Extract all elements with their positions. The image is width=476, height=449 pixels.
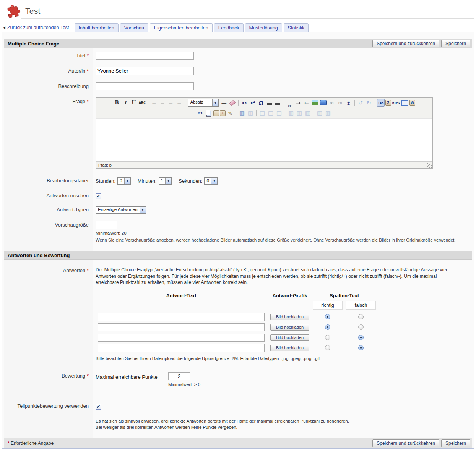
save-return-button-bottom[interactable]: Speichern und zurückkehren (372, 439, 439, 447)
tab-statistik[interactable]: Statistik (284, 23, 309, 32)
chevron-down-icon: ▼ (212, 99, 218, 106)
vorschaugroesse-input[interactable] (96, 221, 117, 229)
minuten-select[interactable]: 1▼ (159, 177, 172, 185)
answers-table-header: Antwort-Text Antwort-Grafik Spalten-Text (96, 291, 472, 300)
table-icon[interactable]: ▦ (238, 109, 246, 117)
beschreibung-input[interactable] (96, 82, 194, 90)
link-icon[interactable]: ∞ (328, 99, 336, 107)
form-row-vorschaugroesse: Vorschaugröße Minimalwert: 20 Wenn Sie e… (4, 217, 472, 251)
radio-falsch-2[interactable] (358, 324, 364, 330)
align-left-icon[interactable]: ≡ (150, 99, 158, 107)
paste-word-icon[interactable]: W (409, 100, 415, 106)
answer-text-input-2[interactable] (98, 323, 265, 331)
anchor-icon[interactable]: ⚓ (345, 99, 353, 107)
edit-icon[interactable]: ✎ (226, 109, 234, 117)
unlink-icon[interactable]: ∞ (336, 99, 344, 107)
tab-inhalt-bearbeiten[interactable]: Inhalt bearbeiten (75, 23, 119, 32)
delete-row-icon[interactable]: ▤ (275, 109, 283, 117)
sekunden-select[interactable]: 0▼ (204, 177, 218, 185)
col-after-icon[interactable]: ▥ (296, 109, 303, 117)
outdent-icon[interactable]: ← (303, 99, 310, 107)
editor-toolbar-row2: ✂T✎▦▦▤▤▤▥▥▥▦▦ (96, 108, 432, 118)
image-icon[interactable] (311, 99, 319, 107)
paste-text-icon[interactable]: T (220, 110, 226, 116)
tab-eigenschaften-bearbeiten[interactable]: Eigenschaften bearbeiten (150, 23, 213, 32)
col-before-icon[interactable]: ▥ (287, 109, 295, 117)
back-link[interactable]: ◀ Zurück zum aufrufenden Test (3, 25, 69, 30)
radio-falsch-1[interactable] (358, 314, 364, 319)
align-right-icon[interactable]: ≡ (167, 99, 175, 107)
col-header-antwort-text: Antwort-Text (96, 293, 267, 298)
strikethrough-icon[interactable]: ABC (138, 99, 146, 107)
upload-image-button-2[interactable]: Bild hochladen (270, 324, 309, 331)
page-title: Test (25, 6, 41, 16)
app-header: Test (0, 0, 476, 18)
answer-text-input-1[interactable] (98, 313, 265, 321)
numbered-list-icon[interactable] (274, 99, 282, 107)
blockquote-icon[interactable]: „ (286, 99, 294, 107)
editor-content-area[interactable] (96, 118, 432, 161)
remove-format-icon[interactable] (229, 99, 236, 107)
redo-icon[interactable]: ↻ (365, 99, 373, 107)
required-asterisk: * (8, 441, 10, 446)
charmap-icon[interactable]: Ω (257, 99, 265, 107)
minuten-label: Minuten: (138, 178, 157, 184)
save-button-bottom[interactable]: Speichern (441, 439, 470, 447)
radio-richtig-2[interactable] (325, 324, 330, 330)
radio-richtig-1[interactable] (325, 314, 330, 319)
delete-col-icon[interactable]: ▥ (304, 109, 312, 117)
bullet-list-icon[interactable] (266, 99, 273, 107)
antworten-mischen-label: Antworten mischen (46, 193, 89, 198)
radio-richtig-4[interactable] (325, 345, 330, 350)
antworten-mischen-checkbox[interactable]: ✔ (96, 193, 101, 199)
cell-props-icon[interactable]: ▦ (247, 109, 254, 117)
chevron-down-icon: ▼ (140, 207, 146, 213)
split-cells-icon[interactable]: ▦ (316, 109, 323, 117)
undo-icon[interactable]: ↺ (357, 99, 364, 107)
tab-musterloesung[interactable]: Musterlösung (245, 23, 282, 32)
radio-richtig-3[interactable] (325, 335, 330, 340)
answer-row-2: Bild hochladen (96, 322, 472, 332)
radio-falsch-3[interactable] (358, 335, 364, 340)
tab-vorschau[interactable]: Vorschau (120, 23, 148, 32)
max-points-input[interactable] (168, 372, 190, 380)
save-return-button-top[interactable]: Speichern und zurückkehren (372, 40, 439, 47)
align-justify-icon[interactable]: ≡ (175, 99, 183, 107)
copy-icon[interactable] (205, 109, 213, 117)
fullscreen-icon[interactable] (401, 99, 409, 107)
teilpunkte-checkbox[interactable]: ✔ (96, 404, 101, 410)
upload-image-button-4[interactable]: Bild hochladen (270, 345, 309, 351)
autor-input[interactable] (96, 67, 194, 75)
editor-resize-handle[interactable] (427, 163, 432, 168)
hr-icon[interactable]: — (220, 99, 228, 107)
html-icon[interactable]: HTML (392, 99, 400, 107)
row-after-icon[interactable]: ▤ (267, 109, 275, 117)
paste-sigma-icon[interactable]: Σ (385, 100, 391, 106)
radio-falsch-4[interactable] (358, 345, 364, 350)
superscript-icon[interactable]: x² (249, 99, 257, 107)
italic-icon[interactable]: I (122, 99, 129, 107)
upload-image-button-1[interactable]: Bild hochladen (270, 314, 309, 320)
antwort-typen-select[interactable]: Einzeilige Antworten▼ (96, 206, 146, 214)
row-before-icon[interactable]: ▤ (258, 109, 266, 117)
align-center-icon[interactable]: ≡ (159, 99, 166, 107)
answer-text-input-4[interactable] (98, 344, 265, 352)
format-select[interactable]: Absatz▼ (188, 99, 219, 107)
paste-icon[interactable] (213, 110, 219, 116)
answer-text-input-3[interactable] (98, 334, 265, 342)
tab-feedback[interactable]: Feedback (214, 23, 244, 32)
underline-icon[interactable]: U (130, 99, 138, 107)
stunden-select[interactable]: 0▼ (117, 177, 131, 185)
bold-icon[interactable]: B (113, 99, 121, 107)
save-button-top[interactable]: Speichern (441, 40, 470, 47)
toolbar-separator (285, 110, 285, 116)
upload-image-button-3[interactable]: Bild hochladen (270, 334, 309, 341)
tex-icon[interactable]: TEX (377, 99, 385, 107)
indent-icon[interactable]: → (294, 99, 302, 107)
merge-cells-icon[interactable]: ▦ (324, 109, 332, 117)
media-icon[interactable] (320, 99, 327, 107)
cut-icon[interactable]: ✂ (197, 109, 204, 117)
subscript-icon[interactable]: x₂ (240, 99, 248, 107)
points-min-hint: Minimalwert: > 0 (168, 382, 200, 387)
titel-input[interactable] (96, 52, 194, 60)
